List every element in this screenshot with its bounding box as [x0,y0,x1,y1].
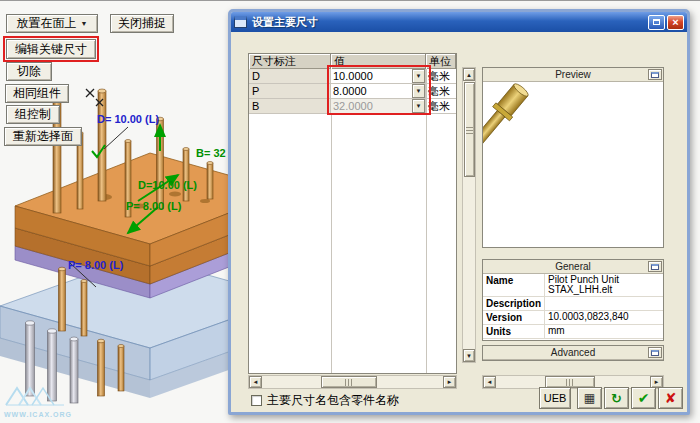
edit-key-dimensions-button[interactable]: 编辑关键尺寸 [6,39,96,59]
same-components-button[interactable]: 相同组件 [5,84,69,103]
scroll-right-icon[interactable]: ► [443,376,456,388]
dimension-unit: 毫米 [426,69,456,84]
ueb-button[interactable]: UEB [539,387,571,409]
column-header-label[interactable]: 尺寸标注 [249,54,331,69]
value-combo-b: 32.0000 ▼ [331,99,426,114]
dialog-close-button[interactable]: × [667,15,684,30]
dimension-unit: 毫米 [426,84,456,99]
dialog-icon [234,16,247,28]
preview-title: Preview [555,69,591,80]
include-part-name-checkbox[interactable] [251,395,262,406]
field-value [545,297,663,310]
advanced-panel: Advanced [482,345,664,361]
field-value: 10.0003,0823,840 [545,311,663,324]
watermark-text: WWW.ICAX.ORG [4,411,114,418]
field-value: mm [545,325,663,338]
column-header-unit[interactable]: 单位 [426,54,456,69]
scroll-left-icon[interactable]: ◄ [483,376,496,388]
dimension-table: 尺寸标注 值 单位 D 10.0000 ▼ 毫米 P 8.0000 ▼ [248,53,457,374]
dimension-label-p-green: P= 8.00 (L) [126,200,181,212]
preview-detach-button[interactable] [648,69,662,80]
general-title: General [555,261,591,272]
field-label: Version [483,311,545,324]
cancel-button[interactable]: ✘ [658,387,683,409]
check-icon: ✔ [638,390,650,406]
dimension-label-d-blue: D= 10.00 (L) [97,113,159,125]
combo-value[interactable]: 10.0000 [331,69,412,83]
checkbox-row: 主要尺寸名包含零件名称 [251,392,399,409]
preview-header: Preview [483,68,663,82]
advanced-detach-button[interactable] [648,347,662,358]
window-icon [651,264,659,270]
field-name: Name Pilot Punch Unit STAX_LHH.elt [483,274,663,297]
table-icon: ▦ [584,391,595,405]
place-on-face-label: 放置在面上 [17,15,77,32]
dimension-name: P [249,84,331,99]
field-label: Description [483,297,545,310]
reselect-face-button[interactable]: 重新选择面 [4,127,82,146]
preview-panel: Preview [482,67,664,248]
dialog-title: 设置主要尺寸 [252,15,646,30]
regenerate-button[interactable]: ↻ [604,387,629,409]
maximize-icon [653,19,660,25]
value-combo-d[interactable]: 10.0000 ▼ [331,69,426,84]
window-icon [651,350,659,356]
dropdown-arrow-icon: ▼ [81,20,88,27]
advanced-title: Advanced [551,347,595,358]
field-description: Description [483,297,663,311]
table-hscrollbar[interactable]: ◄ ► [248,375,457,389]
field-units: Units mm [483,325,663,339]
dialog-body: 尺寸标注 值 单位 D 10.0000 ▼ 毫米 P 8.0000 ▼ [231,32,687,412]
scroll-down-icon[interactable]: ▼ [463,349,475,362]
dimension-name: B [249,99,331,114]
punch-preview-graphic [483,82,663,247]
dialog-titlebar[interactable]: 设置主要尺寸 × [231,12,687,32]
dropdown-arrow-icon: ▼ [412,99,425,113]
field-value: Pilot Punch Unit STAX_LHH.elt [545,274,663,296]
watermark-icon [4,385,100,407]
dropdown-arrow-icon[interactable]: ▼ [412,69,425,83]
combo-value: 32.0000 [331,99,412,113]
cut-button[interactable]: 切除 [6,62,52,81]
scroll-thumb[interactable] [464,82,475,177]
column-header-value[interactable]: 值 [331,54,426,69]
value-combo-p[interactable]: 8.0000 ▼ [331,84,426,99]
dialog-maximize-button[interactable] [648,15,665,30]
table-row-p: P 8.0000 ▼ 毫米 [249,84,456,99]
general-panel: General Name Pilot Punch Unit STAX_LHH.e… [482,259,664,341]
place-on-face-button[interactable]: 放置在面上 ▼ [6,14,98,33]
dimension-label-p-blue: P= 8.00 (L) [68,259,123,271]
table-row-d: D 10.0000 ▼ 毫米 [249,69,456,84]
set-main-dimensions-dialog: 设置主要尺寸 × 尺寸标注 值 单位 D 10.0000 ▼ 毫米 [228,9,690,415]
table-row-b: B 32.0000 ▼ 毫米 [249,99,456,114]
cad-application: D= 10.00 (L) B= 32 D=10.00 (L) P= 8.00 (… [0,0,700,423]
bom-table-button[interactable]: ▦ [577,387,602,409]
watermark-logo: WWW.ICAX.ORG [4,385,114,418]
field-label: Units [483,325,545,338]
close-snap-button[interactable]: 关闭捕捉 [110,14,174,33]
advanced-header: Advanced [483,346,663,360]
dimension-label-d-green: D=10.00 (L) [138,179,197,191]
field-label: Name [483,274,545,296]
scroll-up-icon[interactable]: ▲ [463,68,475,81]
combo-value[interactable]: 8.0000 [331,84,412,98]
preview-image [483,82,663,247]
dimension-name: D [249,69,331,84]
dropdown-arrow-icon[interactable]: ▼ [412,84,425,98]
panel-vscrollbar[interactable]: ▲ ▼ [462,67,476,363]
dimension-label-b-green: B= 32 [196,147,226,159]
window-icon [651,72,659,78]
group-control-button[interactable]: 组控制 [6,105,60,124]
checkbox-label: 主要尺寸名包含零件名称 [267,392,399,409]
scroll-thumb[interactable] [321,376,377,388]
ok-button[interactable]: ✔ [631,387,656,409]
field-version: Version 10.0003,0823,840 [483,311,663,325]
general-header: General [483,260,663,274]
x-icon: ✘ [665,390,677,406]
refresh-icon: ↻ [611,391,622,406]
scroll-left-icon[interactable]: ◄ [249,376,262,388]
general-detach-button[interactable] [648,261,662,272]
dimension-unit: 毫米 [426,99,456,114]
